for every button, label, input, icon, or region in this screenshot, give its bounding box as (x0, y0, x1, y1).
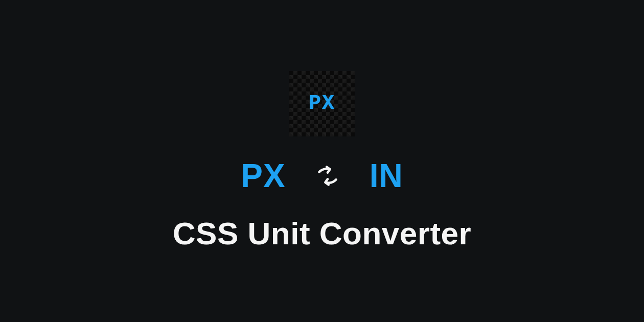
unit-to: IN (370, 157, 403, 195)
logo-text: PX (309, 92, 335, 115)
page-title: CSS Unit Converter (173, 215, 471, 251)
unit-from: PX (241, 157, 285, 195)
swap-icon (316, 165, 339, 187)
logo: PX (289, 71, 355, 136)
units-row: PX IN (241, 157, 403, 195)
